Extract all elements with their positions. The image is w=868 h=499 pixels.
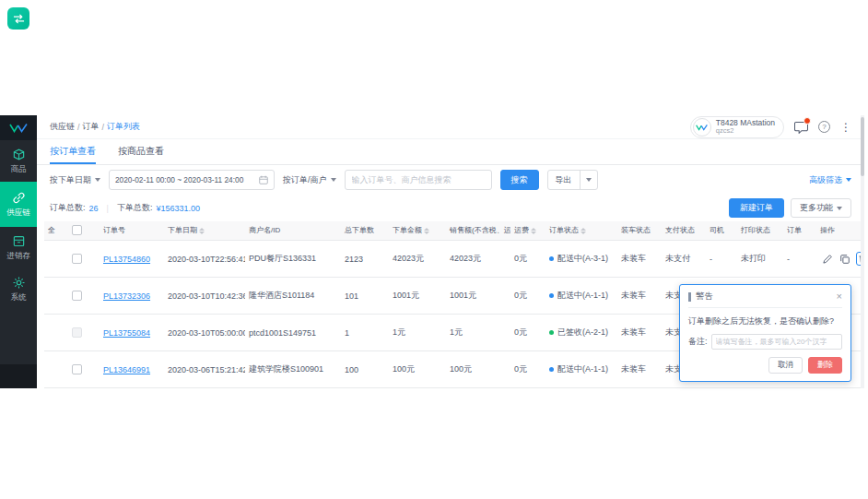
chevron-down-icon: [331, 178, 336, 182]
row-checkbox[interactable]: [72, 364, 82, 374]
popover-message: 订单删除之后无法恢复，是否确认删除?: [688, 315, 842, 327]
order-number-link[interactable]: PL13755084: [103, 328, 150, 338]
sort-icon[interactable]: [424, 228, 429, 234]
column-header[interactable]: 下单日期: [164, 221, 245, 241]
order-qty: 2123: [341, 241, 389, 278]
warning-accent-bar: [688, 292, 691, 302]
keyword-field-select[interactable]: 按订单/商户: [283, 174, 336, 186]
breadcrumb-supply-chain[interactable]: 供应链: [50, 121, 75, 133]
order-number-link[interactable]: PL13646991: [103, 365, 150, 374]
print-status: 未打印: [737, 241, 783, 278]
date-range-input-box[interactable]: [109, 170, 275, 190]
column-header: 打印状态: [737, 221, 783, 241]
help-button[interactable]: ?: [818, 121, 830, 133]
brand-mark-icon: [696, 124, 708, 131]
sidebar-item-inventory[interactable]: 进销存: [0, 227, 37, 268]
view-tabs: 按订单查看 按商品查看: [37, 139, 861, 164]
user-names: T8428 MAstation qzcs2: [716, 119, 775, 136]
advanced-filter-toggle[interactable]: 高级筛选: [809, 174, 851, 186]
sidebar-item-system[interactable]: 系统: [0, 268, 37, 310]
more-menu-button[interactable]: ⋮: [840, 121, 851, 134]
freight: 0元: [510, 241, 545, 278]
merchant-name: 建筑学院楼S100901: [245, 351, 341, 388]
note-input[interactable]: [711, 334, 842, 350]
cancel-button[interactable]: 取消: [768, 357, 803, 374]
brand-mark-icon: [9, 123, 28, 133]
row-checkbox[interactable]: [72, 291, 82, 301]
launcher-icon[interactable]: [7, 7, 29, 30]
chain-link-icon: [12, 191, 26, 205]
column-header: 装车状态: [617, 221, 662, 241]
order-amount-value: ¥156331.00: [156, 204, 200, 213]
merchant-name: PDU餐厅S136331: [245, 241, 341, 278]
order-date: 2020-03-10T05:00:00: [164, 315, 245, 351]
copy-order-icon[interactable]: [839, 252, 852, 266]
user-subname: qzcs2: [716, 127, 775, 136]
keyword-search-input[interactable]: [345, 170, 492, 190]
column-header[interactable]: 订单状态: [545, 221, 617, 241]
table-row: PL13754860 2020-03-10T22:56:41 PDU餐厅S136…: [44, 241, 861, 278]
sales-amount: 1元: [446, 315, 510, 351]
column-header[interactable]: 运费: [510, 221, 545, 241]
export-button[interactable]: 导出: [547, 170, 598, 190]
sort-icon[interactable]: [531, 228, 536, 234]
edit-order-icon[interactable]: [820, 252, 834, 266]
order-date: 2020-03-10T22:56:41: [164, 241, 245, 278]
order-number-link[interactable]: PL13732306: [103, 291, 150, 301]
sidebar-item-supply-chain[interactable]: 供应链: [0, 182, 37, 227]
date-range-input[interactable]: [115, 175, 255, 184]
column-header: 商户名/ID: [245, 221, 341, 241]
breadcrumb-orders[interactable]: 订单: [83, 121, 100, 133]
sort-icon[interactable]: [199, 228, 205, 234]
scrollbar-thumb[interactable]: [861, 117, 864, 176]
popover-header: 警告 ×: [688, 291, 842, 308]
inventory-icon: [12, 234, 26, 248]
search-button[interactable]: 搜索: [500, 170, 539, 190]
sidebar-item-label: 供应链: [6, 208, 30, 219]
column-header: 支付状态: [662, 221, 706, 241]
sidebar: 商品 供应链 进销存 系统: [0, 115, 37, 388]
tab-by-order[interactable]: 按订单查看: [50, 139, 96, 163]
tab-by-product[interactable]: 按商品查看: [118, 139, 164, 163]
order-number-link[interactable]: PL13754860: [103, 255, 150, 264]
column-header[interactable]: 下单金额: [389, 221, 446, 241]
vertical-scrollbar[interactable]: [861, 115, 864, 388]
load-status: 未装车: [617, 278, 662, 315]
column-header[interactable]: 销售额(不含税、运): [446, 221, 510, 241]
order-qty: 1: [341, 315, 389, 351]
order-qty: 101: [341, 278, 389, 315]
row-checkbox[interactable]: [72, 254, 82, 264]
freight: 0元: [510, 351, 545, 388]
select-all-checkbox[interactable]: [72, 225, 82, 235]
more-functions-button[interactable]: 更多功能: [791, 198, 851, 218]
driver: -: [706, 241, 737, 278]
top-right-cluster: T8428 MAstation qzcs2 ? ⋮: [690, 116, 851, 138]
status-dot: [549, 256, 554, 261]
user-menu[interactable]: T8428 MAstation qzcs2: [690, 116, 784, 138]
close-icon[interactable]: ×: [837, 291, 842, 302]
app-logo[interactable]: [0, 115, 37, 140]
date-field-select[interactable]: 按下单日期: [50, 174, 100, 186]
note-label: 备注:: [688, 336, 708, 348]
sort-icon[interactable]: [581, 228, 586, 234]
column-header: 司机: [706, 221, 737, 241]
messages-button[interactable]: [794, 121, 808, 134]
sidebar-item-label: 系统: [11, 292, 27, 303]
order-date: 2020-03-06T15:21:42: [164, 351, 245, 388]
order-date: 2020-03-10T10:42:36: [164, 278, 245, 315]
summary-divider: |: [107, 204, 109, 213]
sidebar-collapse-area[interactable]: [0, 364, 37, 388]
new-order-button[interactable]: 新建订单: [729, 198, 784, 218]
order-count-value: 26: [89, 204, 99, 213]
notification-badge: [803, 117, 811, 125]
confirm-delete-button[interactable]: 删除: [808, 357, 842, 374]
row-operations: [816, 241, 861, 278]
sidebar-item-goods[interactable]: 商品: [0, 140, 37, 182]
order-status: 配送中(A-1-1): [545, 351, 617, 388]
column-header: 操作: [816, 221, 861, 241]
export-dropdown-toggle[interactable]: [580, 171, 597, 189]
load-status: 未装车: [617, 351, 662, 388]
column-header: 订单号: [100, 221, 164, 241]
merchant-name: ptcd1001S149751: [245, 315, 341, 351]
chevron-down-icon: [837, 207, 842, 210]
